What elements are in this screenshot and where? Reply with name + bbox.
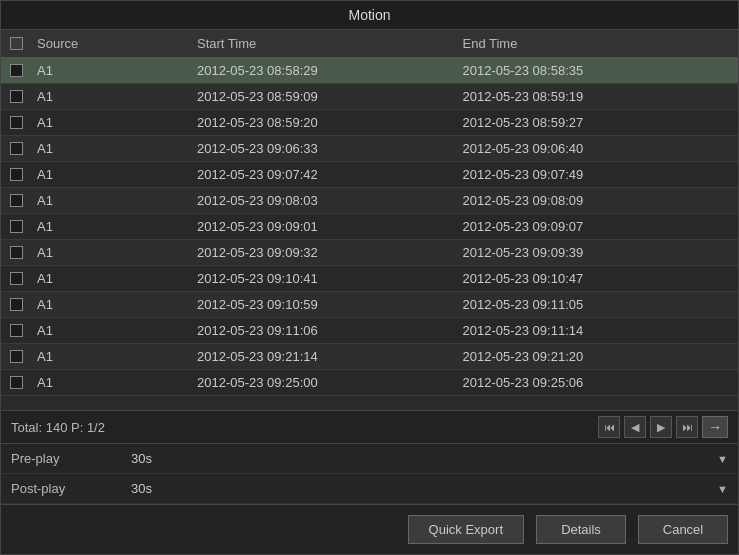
table-row[interactable]: A1 2012-05-23 08:59:09 2012-05-23 08:59:…: [1, 84, 738, 110]
table-body[interactable]: A1 2012-05-23 08:58:29 2012-05-23 08:58:…: [1, 58, 738, 410]
row-checkbox[interactable]: [10, 350, 23, 363]
row-end-time: 2012-05-23 09:11:14: [457, 321, 723, 340]
row-end-time: 2012-05-23 09:08:09: [457, 191, 723, 210]
row-checkbox[interactable]: [10, 116, 23, 129]
scrollbar-placeholder: [722, 34, 738, 53]
go-next-button[interactable]: →: [702, 416, 728, 438]
row-checkbox[interactable]: [10, 298, 23, 311]
row-end-time: 2012-05-23 09:11:05: [457, 295, 723, 314]
last-page-button[interactable]: ⏭: [676, 416, 698, 438]
start-time-column-header: Start Time: [191, 34, 457, 53]
row-start-time: 2012-05-23 09:09:32: [191, 243, 457, 262]
row-start-time: 2012-05-23 09:06:33: [191, 139, 457, 158]
row-start-time: 2012-05-23 09:08:03: [191, 191, 457, 210]
row-checkbox-cell[interactable]: [1, 87, 31, 106]
cancel-button[interactable]: Cancel: [638, 515, 728, 544]
header-checkbox[interactable]: [10, 37, 23, 50]
row-checkbox[interactable]: [10, 246, 23, 259]
postplay-row: Post-play 30s ▼: [1, 474, 738, 504]
row-source: A1: [31, 139, 191, 158]
row-start-time: 2012-05-23 08:58:29: [191, 61, 457, 80]
row-source: A1: [31, 295, 191, 314]
row-checkbox-cell[interactable]: [1, 191, 31, 210]
row-start-time: 2012-05-23 09:11:06: [191, 321, 457, 340]
end-time-column-header: End Time: [457, 34, 723, 53]
row-start-time: 2012-05-23 09:09:01: [191, 217, 457, 236]
row-checkbox-cell[interactable]: [1, 217, 31, 236]
quick-export-button[interactable]: Quick Export: [408, 515, 524, 544]
row-source: A1: [31, 243, 191, 262]
row-end-time: 2012-05-23 09:21:20: [457, 347, 723, 366]
table-row[interactable]: A1 2012-05-23 09:09:01 2012-05-23 09:09:…: [1, 214, 738, 240]
row-source: A1: [31, 113, 191, 132]
row-checkbox-cell[interactable]: [1, 61, 31, 80]
row-checkbox[interactable]: [10, 142, 23, 155]
postplay-value: 30s: [131, 481, 717, 496]
table-row[interactable]: A1 2012-05-23 09:25:00 2012-05-23 09:25:…: [1, 370, 738, 396]
preplay-row: Pre-play 30s ▼: [1, 444, 738, 474]
table-row[interactable]: A1 2012-05-23 09:06:33 2012-05-23 09:06:…: [1, 136, 738, 162]
row-checkbox[interactable]: [10, 324, 23, 337]
preplay-dropdown-icon[interactable]: ▼: [717, 453, 728, 465]
row-checkbox[interactable]: [10, 272, 23, 285]
row-source: A1: [31, 321, 191, 340]
postplay-label: Post-play: [11, 481, 131, 496]
row-source: A1: [31, 87, 191, 106]
row-checkbox-cell[interactable]: [1, 373, 31, 392]
row-start-time: 2012-05-23 08:59:20: [191, 113, 457, 132]
pagination-footer: Total: 140 P: 1/2 ⏮ ◀ ▶ ⏭ →: [1, 410, 738, 443]
table-row[interactable]: A1 2012-05-23 09:21:14 2012-05-23 09:21:…: [1, 344, 738, 370]
table-row[interactable]: A1 2012-05-23 09:10:41 2012-05-23 09:10:…: [1, 266, 738, 292]
postplay-dropdown-icon[interactable]: ▼: [717, 483, 728, 495]
row-end-time: 2012-05-23 09:07:49: [457, 165, 723, 184]
row-checkbox-cell[interactable]: [1, 139, 31, 158]
next-page-button[interactable]: ▶: [650, 416, 672, 438]
row-source: A1: [31, 269, 191, 288]
row-end-time: 2012-05-23 08:58:35: [457, 61, 723, 80]
row-checkbox-cell[interactable]: [1, 321, 31, 340]
row-checkbox[interactable]: [10, 376, 23, 389]
details-button[interactable]: Details: [536, 515, 626, 544]
row-source: A1: [31, 347, 191, 366]
header-checkbox-cell[interactable]: [1, 34, 31, 53]
row-end-time: 2012-05-23 09:06:40: [457, 139, 723, 158]
table-row[interactable]: A1 2012-05-23 09:07:42 2012-05-23 09:07:…: [1, 162, 738, 188]
row-end-time: 2012-05-23 09:25:06: [457, 373, 723, 392]
table-wrapper: Source Start Time End Time A1 2012-05-23…: [1, 30, 738, 410]
row-checkbox-cell[interactable]: [1, 165, 31, 184]
first-page-button[interactable]: ⏮: [598, 416, 620, 438]
row-checkbox-cell[interactable]: [1, 295, 31, 314]
row-start-time: 2012-05-23 09:25:00: [191, 373, 457, 392]
row-checkbox-cell[interactable]: [1, 113, 31, 132]
row-source: A1: [31, 165, 191, 184]
dialog-title: Motion: [1, 1, 738, 30]
preplay-value: 30s: [131, 451, 717, 466]
row-source: A1: [31, 191, 191, 210]
table-row[interactable]: A1 2012-05-23 09:09:32 2012-05-23 09:09:…: [1, 240, 738, 266]
row-source: A1: [31, 217, 191, 236]
table-row[interactable]: A1 2012-05-23 09:10:59 2012-05-23 09:11:…: [1, 292, 738, 318]
prev-page-button[interactable]: ◀: [624, 416, 646, 438]
row-checkbox[interactable]: [10, 64, 23, 77]
row-checkbox[interactable]: [10, 220, 23, 233]
row-checkbox-cell[interactable]: [1, 347, 31, 366]
row-end-time: 2012-05-23 08:59:19: [457, 87, 723, 106]
row-source: A1: [31, 373, 191, 392]
table-header: Source Start Time End Time: [1, 30, 738, 58]
table-row[interactable]: A1 2012-05-23 08:59:20 2012-05-23 08:59:…: [1, 110, 738, 136]
row-checkbox[interactable]: [10, 90, 23, 103]
bottom-buttons: Quick Export Details Cancel: [1, 504, 738, 554]
row-checkbox[interactable]: [10, 168, 23, 181]
row-checkbox-cell[interactable]: [1, 269, 31, 288]
table-row[interactable]: A1 2012-05-23 08:58:29 2012-05-23 08:58:…: [1, 58, 738, 84]
pagination-controls: ⏮ ◀ ▶ ⏭ →: [598, 416, 728, 438]
row-end-time: 2012-05-23 09:09:39: [457, 243, 723, 262]
table-row[interactable]: A1 2012-05-23 09:11:06 2012-05-23 09:11:…: [1, 318, 738, 344]
row-start-time: 2012-05-23 09:07:42: [191, 165, 457, 184]
row-checkbox-cell[interactable]: [1, 243, 31, 262]
row-end-time: 2012-05-23 09:10:47: [457, 269, 723, 288]
table-row[interactable]: A1 2012-05-23 09:08:03 2012-05-23 09:08:…: [1, 188, 738, 214]
row-checkbox[interactable]: [10, 194, 23, 207]
row-start-time: 2012-05-23 09:10:41: [191, 269, 457, 288]
source-column-header: Source: [31, 34, 191, 53]
